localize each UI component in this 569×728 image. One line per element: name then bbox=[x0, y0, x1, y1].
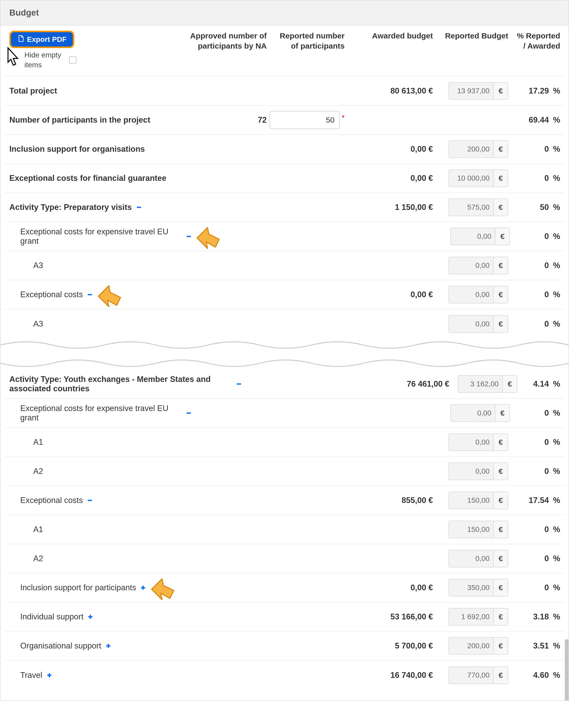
participants-input[interactable] bbox=[270, 111, 340, 129]
currency-button[interactable]: € bbox=[493, 462, 508, 480]
currency-button[interactable]: € bbox=[493, 140, 508, 158]
hide-empty-toggle[interactable]: Hide empty items bbox=[24, 50, 76, 70]
reported-budget-input[interactable] bbox=[458, 375, 502, 393]
table-row: A1€0% bbox=[5, 515, 564, 544]
cell-reported-budget: € bbox=[437, 521, 512, 538]
reported-budget-input[interactable] bbox=[448, 169, 493, 187]
row-label: A1 bbox=[5, 438, 183, 447]
expand-icon[interactable] bbox=[105, 643, 112, 649]
pdf-icon bbox=[17, 35, 24, 44]
pct-value: 69.44 bbox=[529, 115, 549, 125]
row-label-text: Exceptional costs bbox=[20, 290, 83, 299]
row-label-text: A2 bbox=[33, 554, 43, 563]
pct-value: 0 bbox=[544, 319, 549, 329]
expand-icon[interactable] bbox=[87, 613, 94, 620]
reported-budget-input[interactable] bbox=[448, 433, 493, 451]
row-label: Inclusion support for organisations bbox=[5, 144, 183, 154]
currency-button[interactable]: € bbox=[495, 404, 510, 422]
currency-button[interactable]: € bbox=[493, 82, 508, 100]
pct-symbol: % bbox=[553, 496, 560, 505]
currency-button[interactable]: € bbox=[493, 257, 508, 274]
expand-icon[interactable] bbox=[46, 672, 53, 679]
row-label-text: Individual support bbox=[20, 612, 83, 621]
reported-budget-input[interactable] bbox=[450, 404, 495, 422]
currency-button[interactable]: € bbox=[493, 637, 508, 655]
currency-button[interactable]: € bbox=[493, 315, 508, 333]
currency-button[interactable]: € bbox=[493, 579, 508, 597]
reported-budget-input[interactable] bbox=[448, 140, 493, 158]
reported-budget-input[interactable] bbox=[448, 666, 493, 684]
pct-value: 0 bbox=[544, 261, 549, 270]
scrollbar-thumb[interactable] bbox=[565, 639, 568, 701]
row-label-text: Activity Type: Youth exchanges - Member … bbox=[9, 375, 232, 393]
currency-button[interactable]: € bbox=[502, 375, 517, 393]
export-pdf-label: Export PDF bbox=[27, 35, 67, 44]
currency-button[interactable]: € bbox=[493, 198, 508, 216]
row-label-text: A3 bbox=[33, 261, 43, 270]
reported-budget-input[interactable] bbox=[448, 462, 493, 480]
cell-pct: 0% bbox=[512, 144, 564, 154]
collapse-icon[interactable] bbox=[87, 497, 93, 504]
reported-budget-input[interactable] bbox=[448, 198, 493, 216]
currency-button[interactable]: € bbox=[493, 286, 508, 303]
collapse-icon[interactable] bbox=[87, 291, 93, 298]
cell-pct: 0% bbox=[512, 319, 564, 329]
reported-budget-input[interactable] bbox=[448, 637, 493, 655]
pct-symbol: % bbox=[553, 379, 560, 389]
reported-budget-input[interactable] bbox=[448, 315, 493, 333]
cell-awarded: 855,00 € bbox=[349, 496, 437, 505]
cell-reported-budget: € bbox=[437, 315, 512, 333]
row-label: Activity Type: Preparatory visits bbox=[5, 203, 183, 212]
currency-button[interactable]: € bbox=[493, 608, 508, 626]
pct-symbol: % bbox=[553, 115, 560, 125]
table-row: Travel16 740,00 €€4.60% bbox=[5, 661, 564, 690]
reported-budget-input[interactable] bbox=[450, 228, 495, 245]
cell-reported-budget: € bbox=[437, 666, 512, 684]
cell-awarded: 0,00 € bbox=[349, 290, 437, 299]
reported-budget-input[interactable] bbox=[448, 550, 493, 567]
currency-button[interactable]: € bbox=[495, 228, 510, 245]
collapse-icon[interactable] bbox=[186, 410, 192, 416]
reported-budget-input[interactable] bbox=[448, 608, 493, 626]
currency-button[interactable]: € bbox=[493, 550, 508, 567]
cell-pct: 0% bbox=[514, 232, 564, 241]
currency-button[interactable]: € bbox=[493, 169, 508, 187]
table-row: A2€0% bbox=[5, 544, 564, 573]
reported-budget-input[interactable] bbox=[448, 257, 493, 274]
export-pdf-button[interactable]: Export PDF bbox=[9, 31, 74, 48]
hide-empty-checkbox[interactable] bbox=[69, 56, 76, 64]
currency-button[interactable]: € bbox=[493, 521, 508, 538]
cell-awarded: 80 613,00 € bbox=[349, 86, 437, 96]
cell-pct: 17.29% bbox=[512, 86, 564, 96]
currency-button[interactable]: € bbox=[493, 433, 508, 451]
collapse-icon[interactable] bbox=[136, 204, 142, 211]
cell-reported-budget: € bbox=[437, 550, 512, 567]
cell-awarded: 53 166,00 € bbox=[349, 612, 437, 621]
currency-button[interactable]: € bbox=[493, 666, 508, 684]
reported-budget-input[interactable] bbox=[448, 286, 493, 303]
row-label: A3 bbox=[5, 319, 183, 329]
expand-icon[interactable] bbox=[140, 584, 147, 591]
cell-reported-participants: * bbox=[271, 111, 349, 129]
collapse-icon[interactable] bbox=[236, 381, 242, 387]
budget-table-bottom: Activity Type: Youth exchanges - Member … bbox=[5, 370, 564, 690]
cell-approved: 72 bbox=[183, 115, 271, 125]
reported-budget-input[interactable] bbox=[448, 579, 493, 597]
row-label: A2 bbox=[5, 554, 183, 563]
pct-symbol: % bbox=[553, 290, 560, 299]
pct-symbol: % bbox=[553, 612, 560, 621]
collapse-icon[interactable] bbox=[186, 233, 192, 240]
reported-budget-input[interactable] bbox=[448, 521, 493, 538]
row-label-text: A1 bbox=[33, 525, 43, 534]
cell-pct: 0% bbox=[512, 174, 564, 183]
cell-pct: 3.18% bbox=[512, 612, 564, 621]
currency-button[interactable]: € bbox=[493, 492, 508, 509]
cell-awarded: 0,00 € bbox=[349, 144, 437, 154]
reported-budget-input[interactable] bbox=[448, 492, 493, 509]
pct-symbol: % bbox=[553, 671, 560, 680]
pct-value: 0 bbox=[544, 525, 549, 534]
reported-budget-input[interactable] bbox=[448, 82, 493, 100]
col-awarded: Awarded budget bbox=[349, 31, 437, 41]
cell-awarded: 1 150,00 € bbox=[349, 203, 437, 212]
row-label-text: Exceptional costs for expensive travel E… bbox=[20, 404, 182, 422]
